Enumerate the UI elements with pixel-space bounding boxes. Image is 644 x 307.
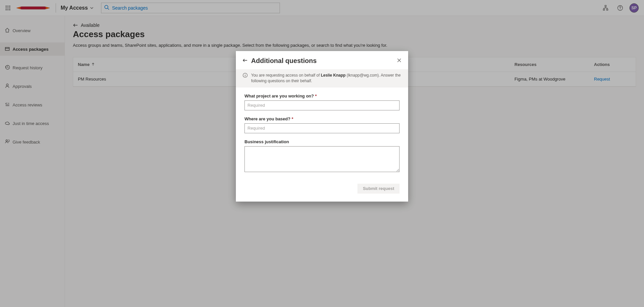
dialog-info-banner: You are requesting access on behalf of L… xyxy=(236,69,408,88)
dialog-body: What project are you working on? * Where… xyxy=(236,88,408,181)
additional-questions-dialog: Additional questions You are requesting … xyxy=(236,51,408,202)
location-input[interactable] xyxy=(244,123,400,133)
dialog-title: Additional questions xyxy=(251,57,317,65)
dialog-header: Additional questions xyxy=(236,51,408,69)
required-indicator: * xyxy=(292,116,293,121)
field-justification: Business justification xyxy=(244,139,400,173)
dialog-back-button[interactable] xyxy=(242,58,248,64)
location-label: Where are you based? * xyxy=(244,116,400,121)
close-icon xyxy=(397,58,402,63)
justification-label: Business justification xyxy=(244,139,400,144)
field-location: Where are you based? * xyxy=(244,116,400,133)
dialog-footer: Submit request xyxy=(236,181,408,202)
required-indicator: * xyxy=(315,93,317,98)
field-project: What project are you working on? * xyxy=(244,93,400,110)
project-label: What project are you working on? * xyxy=(244,93,400,98)
info-icon xyxy=(242,73,248,84)
dialog-close-button[interactable] xyxy=(397,58,402,64)
svg-point-38 xyxy=(245,74,245,75)
modal-overlay: Additional questions You are requesting … xyxy=(0,0,644,307)
submit-request-button[interactable]: Submit request xyxy=(357,184,400,194)
arrow-left-icon xyxy=(242,58,248,63)
banner-text: You are requesting access on behalf of L… xyxy=(251,73,402,84)
justification-textarea[interactable] xyxy=(244,146,400,172)
project-input[interactable] xyxy=(244,100,400,110)
